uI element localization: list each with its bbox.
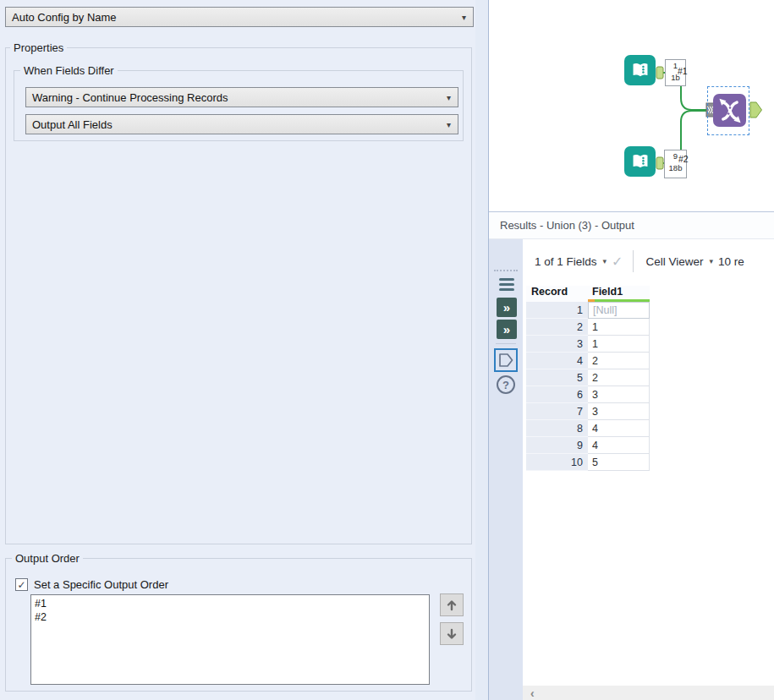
chevrons-icon: »: [497, 298, 517, 317]
results-toolbar: 1 of 1 Fields ▾ ✓ Cell Viewer ▾ 10 re: [523, 246, 774, 276]
chevron-down-icon: ▾: [462, 13, 466, 22]
column-header-record[interactable]: Record: [526, 286, 588, 302]
chevron-down-icon: ▾: [447, 93, 451, 102]
table-row[interactable]: 1 [Null]: [526, 302, 650, 319]
on-differ-dropdown[interactable]: Warning - Continue Processing Records ▾: [25, 87, 458, 107]
help-button[interactable]: ?: [497, 375, 515, 394]
auto-config-dropdown[interactable]: Auto Config by Name ▾: [5, 7, 474, 27]
table-row[interactable]: 10 5: [526, 454, 650, 471]
checkmark-icon: ✓: [17, 579, 25, 591]
apply-check-icon[interactable]: ✓: [612, 254, 623, 270]
list-item[interactable]: #2: [31, 610, 429, 624]
grip-handle-icon[interactable]: [494, 270, 518, 272]
toolbar-separator: [633, 250, 634, 272]
input-2-connection-button[interactable]: »: [497, 320, 517, 339]
panel-divider[interactable]: [475, 0, 489, 700]
alteryx-designer-window: Auto Config by Name ▾ Properties When Fi…: [0, 0, 774, 700]
on-differ-dropdown-value: Warning - Continue Processing Records: [32, 91, 228, 104]
union-icon: [716, 96, 744, 125]
set-output-order-label: Set a Specific Output Order: [34, 578, 168, 591]
scroll-left-icon[interactable]: ‹: [523, 686, 535, 700]
table-row[interactable]: 2 1: [526, 319, 650, 336]
tool-configuration-panel: Auto Config by Name ▾ Properties When Fi…: [0, 0, 475, 700]
table-row[interactable]: 5 2: [526, 369, 650, 386]
when-fields-differ-label: When Fields Differ: [20, 64, 118, 77]
chevrons-icon: »: [497, 320, 517, 339]
chevron-down-icon: ▾: [447, 120, 451, 129]
union-tool[interactable]: [713, 94, 746, 127]
null-cell[interactable]: [Null]: [588, 302, 650, 319]
results-panel: Results - Union (3) - Output » » ?: [489, 211, 774, 700]
table-row[interactable]: 4 2: [526, 353, 650, 369]
chevron-down-icon[interactable]: ▾: [710, 257, 714, 265]
results-title: Results - Union (3) - Output: [489, 219, 634, 232]
properties-group-label: Properties: [10, 41, 67, 54]
arrow-up-icon: [445, 599, 458, 612]
input-1-connection-button[interactable]: »: [497, 298, 517, 317]
arrow-down-icon: [445, 627, 458, 641]
auto-config-dropdown-value: Auto Config by Name: [12, 11, 117, 24]
results-titlebar: Results - Union (3) - Output: [489, 212, 774, 239]
text-input-icon: [629, 150, 651, 172]
cell-viewer-dropdown[interactable]: Cell Viewer: [645, 255, 703, 268]
table-row[interactable]: 9 4: [526, 437, 650, 454]
set-output-order-checkbox[interactable]: ✓: [15, 578, 28, 591]
table-row[interactable]: 7 3: [526, 403, 650, 420]
output-anchor-icon: [656, 67, 663, 79]
table-row[interactable]: 8 4: [526, 420, 650, 437]
output-fields-dropdown[interactable]: Output All Fields ▾: [25, 114, 458, 134]
table-row[interactable]: 3 1: [526, 336, 650, 353]
output-connection-button-selected[interactable]: [494, 348, 518, 372]
text-input-icon: [629, 59, 651, 81]
connection-label: #2: [678, 154, 689, 164]
sidebar-separator: [496, 343, 516, 344]
output-order-listbox[interactable]: #1 #2: [30, 594, 430, 685]
text-input-tool-1[interactable]: [624, 55, 656, 85]
table-row[interactable]: 6 3: [526, 386, 650, 403]
connection-label: #1: [678, 66, 688, 76]
output-fields-dropdown-value: Output All Fields: [32, 118, 113, 131]
output-anchor-icon: [656, 157, 663, 169]
output-anchor-pentagon-icon: [497, 353, 514, 368]
data-view-button[interactable]: [497, 277, 516, 292]
text-input-tool-2[interactable]: [624, 146, 656, 177]
grid-header-row: Record Field1: [526, 286, 650, 302]
list-item[interactable]: #1: [31, 597, 429, 610]
output-order-group-label: Output Order: [12, 552, 83, 565]
union-output-anchor-icon: [750, 102, 762, 118]
data-quality-bar: [588, 299, 650, 302]
fields-summary-dropdown[interactable]: 1 of 1 Fields: [535, 255, 597, 268]
workflow-canvas[interactable]: 1 1b #1 9 18b #2: [489, 0, 774, 211]
question-icon: ?: [502, 379, 509, 391]
results-sidebar: » » ?: [489, 239, 523, 700]
horizontal-scrollbar[interactable]: ‹: [523, 686, 774, 700]
records-count-label: 10 re: [718, 255, 744, 268]
move-up-button[interactable]: [440, 593, 464, 616]
column-header-field1[interactable]: Field1: [588, 286, 650, 302]
chevron-down-icon[interactable]: ▾: [603, 257, 607, 265]
move-down-button[interactable]: [440, 622, 464, 645]
results-grid: Record Field1 1 [Null] 2 1 3 1: [526, 286, 650, 471]
